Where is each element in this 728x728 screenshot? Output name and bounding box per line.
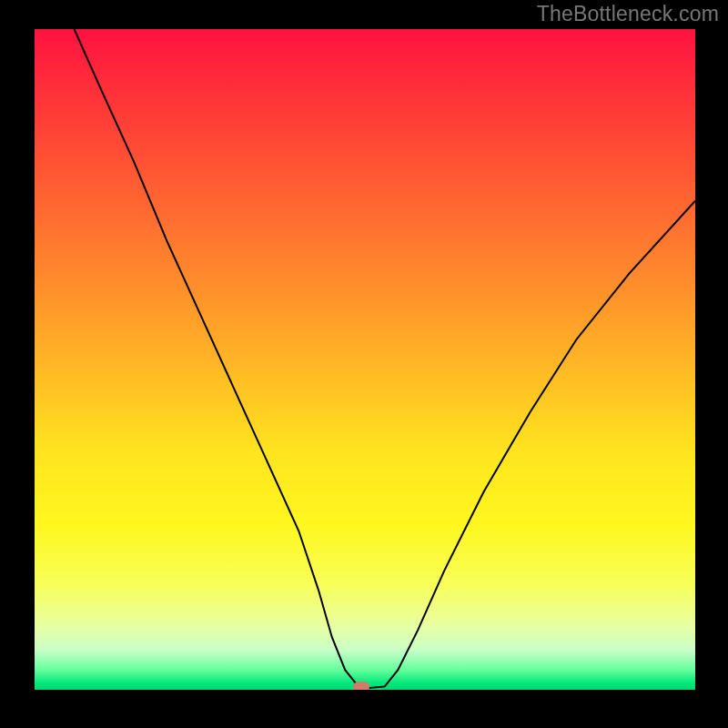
bottleneck-curve-path (75, 29, 695, 689)
chart-container: TheBottleneck.com (0, 0, 728, 728)
plot-area (35, 29, 695, 690)
optimal-marker (353, 682, 369, 690)
watermark-text: TheBottleneck.com (537, 2, 719, 26)
curve-svg (35, 29, 695, 690)
